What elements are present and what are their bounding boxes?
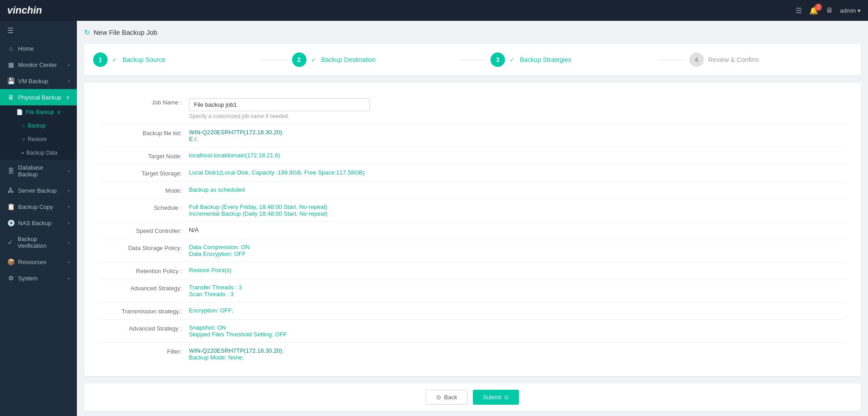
field-transmission-strategy: Transmission strategy.: Encryption: OFF; xyxy=(99,303,846,320)
admin-menu[interactable]: admin ▾ xyxy=(840,7,861,14)
step-3-check: ✓ xyxy=(509,57,514,63)
backup-file-list-line1: WIN-Q220ESRH7TP(172.18.30.20): xyxy=(189,129,846,136)
logo-chin: chin xyxy=(22,5,42,16)
step-4-label: Review & Confirm xyxy=(708,56,759,63)
backup-verification-icon: ✓ xyxy=(7,239,14,246)
step-divider-2 xyxy=(459,60,486,60)
step-1-check: ✓ xyxy=(112,57,117,63)
sidebar-item-server-backup[interactable]: 🖧 Server Backup › xyxy=(0,182,77,199)
submit-button[interactable]: Submit ⊙ xyxy=(473,390,519,405)
sidebar-item-vm-backup[interactable]: 💾 VM Backup › xyxy=(0,73,77,89)
backup-copy-arrow: › xyxy=(68,204,70,209)
vm-backup-icon: 💾 xyxy=(7,77,14,85)
field-target-storage: Target Storage: Local Disk1(Local Disk, … xyxy=(99,165,846,182)
sidebar-item-backup-verification-label: Backup Verification xyxy=(18,236,64,249)
sidebar-item-resources-label: Resources xyxy=(18,259,46,265)
sidebar-item-system-label: System xyxy=(18,275,38,282)
logo-vin: vin xyxy=(7,5,22,16)
sidebar-item-backup-copy[interactable]: 📋 Backup Copy › xyxy=(0,199,77,215)
file-backup-arrow: ∨ xyxy=(57,109,61,115)
steps-bar: 1 ✓ Backup Source 2 ✓ Backup Destination… xyxy=(84,44,861,76)
advanced-strategy2-line2: Skipped Files Threshold Setting: OFF xyxy=(189,331,846,338)
server-backup-arrow: › xyxy=(68,188,70,193)
back-button[interactable]: ⊙ Back xyxy=(426,390,467,405)
data-storage-policy-label: Data Storage Policy: xyxy=(99,244,189,251)
sidebar-item-restore-label: Restore xyxy=(28,136,47,142)
mode-value: Backup as scheduled xyxy=(189,186,846,193)
physical-backup-arrow: ∨ xyxy=(66,95,70,100)
sidebar-item-system[interactable]: ⚙ System › xyxy=(0,270,77,286)
sidebar-toggle[interactable]: ☰ xyxy=(0,21,77,40)
schedule-line2: Incremental Backup (Daily 18:48:00 Start… xyxy=(189,210,846,217)
step-divider-1 xyxy=(260,60,288,60)
job-name-input[interactable] xyxy=(189,98,370,111)
sidebar-item-vm-backup-label: VM Backup xyxy=(18,78,48,85)
step-divider-3 xyxy=(658,60,685,60)
schedule-line1: Full Backup (Every Friday, 18:48:00 Star… xyxy=(189,203,846,210)
step-2: 2 ✓ Backup Destination xyxy=(292,52,455,67)
sidebar-item-backup-label: Backup xyxy=(28,123,46,129)
monitor-center-arrow: › xyxy=(68,62,70,67)
file-backup-icon: 📄 xyxy=(16,109,23,115)
sidebar-item-backup[interactable]: ○ Backup xyxy=(0,119,77,132)
schedule-value: Full Backup (Every Friday, 18:48:00 Star… xyxy=(189,203,846,217)
sidebar-item-backup-verification[interactable]: ✓ Backup Verification › xyxy=(0,231,77,254)
sidebar-item-database-backup-label: Database Backup xyxy=(18,164,64,178)
advanced-strategy-value: Transfer Threads : 3 Scan Threads : 3 xyxy=(189,284,846,298)
backup-copy-icon: 📋 xyxy=(7,203,14,210)
sidebar-item-restore[interactable]: ○ Restore xyxy=(0,132,77,146)
resources-arrow: › xyxy=(68,259,70,265)
server-backup-icon: 🖧 xyxy=(7,187,14,194)
sidebar-item-nas-backup[interactable]: 💿 NAS Backup › xyxy=(0,215,77,231)
advanced-strategy-line2: Scan Threads : 3 xyxy=(189,291,846,298)
nas-backup-icon: 💿 xyxy=(7,219,14,227)
schedule-label: Schedule : xyxy=(99,203,189,211)
field-schedule: Schedule : Full Backup (Every Friday, 18… xyxy=(99,199,846,222)
step-1: 1 ✓ Backup Source xyxy=(93,52,256,67)
advanced-strategy-line1: Transfer Threads : 3 xyxy=(189,284,846,291)
sidebar-item-home[interactable]: ⌂ Home xyxy=(0,40,77,57)
sidebar-item-database-backup[interactable]: 🗄 Database Backup › xyxy=(0,160,77,182)
sidebar-item-monitor-center[interactable]: ▦ Monitor Center › xyxy=(0,57,77,73)
database-backup-arrow: › xyxy=(68,168,70,174)
sidebar-item-resources[interactable]: 📦 Resources › xyxy=(0,254,77,270)
backup-file-list-value: WIN-Q220ESRH7TP(172.18.30.20): E:/; xyxy=(189,129,846,142)
page-header-icon: ↻ xyxy=(84,28,90,37)
monitor-icon[interactable]: 🖥 xyxy=(826,6,833,14)
layout: ☰ ⌂ Home ▦ Monitor Center › 💾 VM Backup … xyxy=(0,21,868,416)
step-2-circle: 2 xyxy=(292,52,307,67)
restore-icon: ○ xyxy=(22,136,25,142)
system-arrow: › xyxy=(68,275,70,281)
notifications-badge[interactable]: 🔔 2 xyxy=(809,6,818,15)
sidebar: ☰ ⌂ Home ▦ Monitor Center › 💾 VM Backup … xyxy=(0,21,77,416)
field-backup-file-list: Backup file list: WIN-Q220ESRH7TP(172.18… xyxy=(99,124,846,147)
field-target-node: Target Node: localhost.localdomain(172.1… xyxy=(99,147,846,165)
back-icon: ⊙ xyxy=(436,394,441,401)
step-3-circle: 3 xyxy=(491,52,505,67)
sidebar-item-home-label: Home xyxy=(18,45,34,52)
messages-icon[interactable]: ☰ xyxy=(796,6,802,15)
field-advanced-strategy2: Advanced Strategy : Snapshot: ON Skipped… xyxy=(99,320,846,343)
speed-controller-label: Speed Controller: xyxy=(99,227,189,234)
sidebar-item-nas-backup-label: NAS Backup xyxy=(18,220,52,227)
step-1-label: Backup Source xyxy=(123,56,165,63)
footer-bar: ⊙ Back Submit ⊙ xyxy=(84,383,861,411)
submit-label: Submit xyxy=(483,394,501,401)
system-icon: ⚙ xyxy=(7,274,14,282)
sidebar-item-backup-data[interactable]: ▪ Backup Data xyxy=(0,146,77,160)
backup-icon: ○ xyxy=(22,123,25,129)
sidebar-item-server-backup-label: Server Backup xyxy=(18,187,57,194)
target-node-label: Target Node: xyxy=(99,152,189,160)
field-job-name: Job Name : Specify a customized job name… xyxy=(99,94,846,124)
step-3: 3 ✓ Backup Strategies xyxy=(491,52,653,67)
sidebar-item-file-backup[interactable]: 📄 File Backup ∨ xyxy=(0,105,77,119)
sidebar-item-physical-backup[interactable]: 🖥 Physical Backup ∨ xyxy=(0,89,77,105)
backup-verification-arrow: › xyxy=(68,240,70,245)
page-title: New File Backup Job xyxy=(94,28,157,36)
sidebar-item-backup-data-label: Backup Data xyxy=(26,150,57,156)
logo: vinchin xyxy=(7,5,42,16)
job-name-hint: Specify a customized job name if needed. xyxy=(189,113,846,119)
sidebar-item-physical-backup-label: Physical Backup xyxy=(18,94,61,101)
physical-backup-submenu: 📄 File Backup ∨ ○ Backup ○ Restore ▪ Bac… xyxy=(0,105,77,160)
resources-icon: 📦 xyxy=(7,258,14,265)
